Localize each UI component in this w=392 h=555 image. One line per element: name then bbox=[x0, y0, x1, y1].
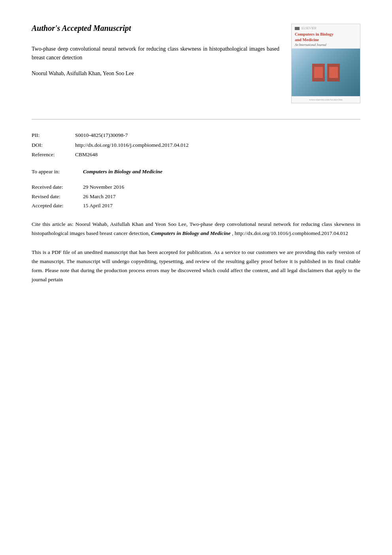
reference-label: Reference: bbox=[32, 151, 75, 159]
pii-value: S0010-4825(17)30098-7 bbox=[75, 131, 128, 139]
cite-journal: Computers in Biology and Medicine bbox=[151, 230, 231, 236]
cover-block-inner-1 bbox=[314, 67, 323, 78]
doi-label: DOI: bbox=[32, 141, 75, 149]
cover-block-2 bbox=[327, 64, 340, 81]
revised-row: Revised date: 26 March 2017 bbox=[32, 192, 360, 201]
journal-cover: ELSEVIER Computers in Biology and Medici… bbox=[291, 24, 360, 103]
received-label: Received date: bbox=[32, 183, 83, 191]
journal-cover-image bbox=[292, 49, 360, 96]
appear-value: Computers in Biology and Medicine bbox=[83, 169, 162, 175]
cite-doi: , http://dx.doi.org/10.1016/j.compbiomed… bbox=[232, 230, 348, 236]
received-row: Received date: 29 November 2016 bbox=[32, 183, 360, 191]
elsevier-label: ELSEVIER bbox=[302, 27, 317, 30]
divider bbox=[32, 119, 360, 119]
journal-cover-subtitle: An International Journal bbox=[295, 43, 357, 47]
metadata-section: PII: S0010-4825(17)30098-7 DOI: http://d… bbox=[32, 131, 360, 159]
accepted-row: Accepted date: 15 April 2017 bbox=[32, 201, 360, 210]
reference-row: Reference: CBM2648 bbox=[32, 151, 360, 159]
revised-label: Revised date: bbox=[32, 192, 83, 201]
manuscript-heading: Author's Accepted Manuscript bbox=[32, 24, 279, 33]
pii-row: PII: S0010-4825(17)30098-7 bbox=[32, 131, 360, 139]
header-left: Author's Accepted Manuscript Two-phase d… bbox=[32, 24, 291, 77]
authors: Noorul Wahab, Asifullah Khan, Yeon Soo L… bbox=[32, 70, 279, 77]
doi-row: DOI: http://dx.doi.org/10.1016/j.compbio… bbox=[32, 141, 360, 149]
cover-block-1 bbox=[312, 64, 325, 81]
elsevier-box-icon bbox=[295, 27, 300, 30]
accepted-label: Accepted date: bbox=[32, 201, 83, 210]
journal-cover-title: Computers in Biology and Medicine bbox=[295, 32, 357, 42]
header-section: Author's Accepted Manuscript Two-phase d… bbox=[32, 24, 360, 103]
journal-cover-top: ELSEVIER Computers in Biology and Medici… bbox=[292, 24, 360, 49]
document-page: Author's Accepted Manuscript Two-phase d… bbox=[0, 0, 392, 555]
doi-value: http://dx.doi.org/10.1016/j.compbiomed.2… bbox=[75, 141, 188, 149]
cite-section: Cite this article as: Noorul Wahab, Asif… bbox=[32, 220, 360, 238]
revised-value: 26 March 2017 bbox=[83, 192, 115, 201]
elsevier-logo: ELSEVIER bbox=[295, 27, 357, 30]
cover-block-inner-2 bbox=[329, 67, 338, 78]
reference-value: CBM2648 bbox=[75, 151, 98, 159]
appear-section: To appear in: Computers in Biology and M… bbox=[32, 169, 360, 175]
journal-cover-footer: www.elsevier.com/locate/cbm bbox=[292, 96, 360, 103]
pii-label: PII: bbox=[32, 131, 75, 139]
notice-section: This is a PDF file of an unedited manusc… bbox=[32, 248, 360, 284]
received-value: 29 November 2016 bbox=[83, 183, 124, 191]
accepted-value: 15 April 2017 bbox=[83, 201, 113, 210]
appear-label: To appear in: bbox=[32, 169, 83, 175]
cover-decoration bbox=[312, 64, 340, 81]
dates-section: Received date: 29 November 2016 Revised … bbox=[32, 183, 360, 210]
paper-title: Two-phase deep convolutional neural netw… bbox=[32, 45, 279, 63]
